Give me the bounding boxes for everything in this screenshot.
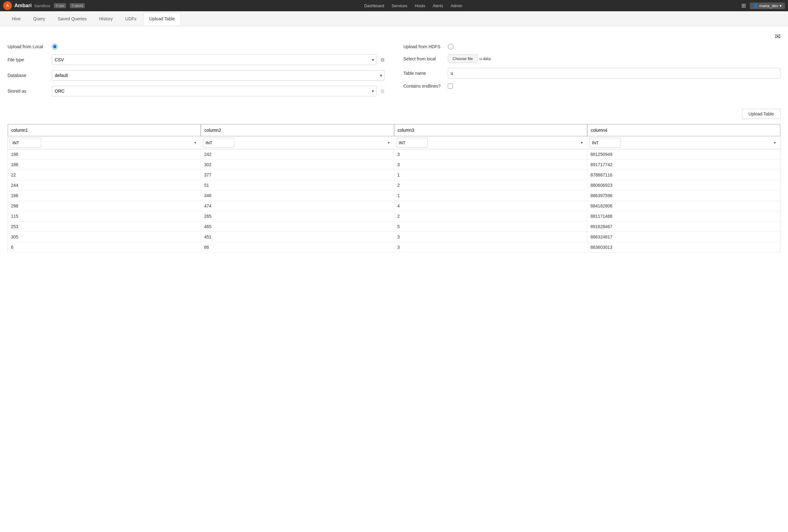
upload-form: Upload from Local File type CSV JSON XML… [7, 44, 781, 101]
nav-services[interactable]: Services [392, 3, 408, 8]
upload-hdfs-radio[interactable] [448, 44, 453, 50]
column-type-row: INTSTRINGBOOLEANDOUBLE ▾ INTSTRINGBOOLEA… [8, 136, 781, 149]
tab-hive[interactable]: Hive [6, 13, 26, 24]
nav-hosts[interactable]: Hosts [415, 3, 425, 8]
row9-col1-cell: 86 [201, 242, 394, 253]
row6-col2-cell: 2 [394, 211, 587, 221]
col4-name-input[interactable] [587, 124, 780, 136]
file-type-label: File type [7, 57, 48, 62]
col3-header [394, 124, 587, 136]
ops-badge: 0 ops [54, 3, 66, 8]
col2-name-input[interactable] [201, 124, 394, 136]
col1-name-input[interactable] [8, 124, 201, 136]
row5-col1-cell: 474 [201, 201, 394, 211]
row2-col1-cell: 377 [201, 170, 394, 180]
database-select-wrapper: default ▾ [52, 70, 385, 81]
nav-dashboard[interactable]: Dashboard [364, 3, 384, 8]
email-icon[interactable]: ✉ [775, 33, 781, 41]
col2-type-cell: INTSTRINGBOOLEANDOUBLE ▾ [201, 136, 394, 149]
row3-col0-cell: 244 [8, 180, 201, 191]
file-name-display: u.data [479, 56, 491, 61]
row1-col2-cell: 3 [394, 160, 587, 170]
row4-col3-cell: 886397596 [587, 191, 780, 201]
row9-col2-cell: 3 [394, 242, 587, 253]
tab-history[interactable]: History [94, 13, 119, 24]
tab-query[interactable]: Query [27, 13, 51, 24]
stored-as-label: Stored as [7, 88, 48, 94]
data-table: INTSTRINGBOOLEANDOUBLE ▾ INTSTRINGBOOLEA… [7, 124, 781, 253]
row3-col1-cell: 51 [201, 180, 394, 191]
col4-type-arrow: ▾ [774, 140, 776, 145]
top-navigation: A Ambari Sandbox 0 ops 0 alerts Dashboar… [0, 0, 788, 11]
row8-col3-cell: 886324817 [587, 232, 780, 242]
contains-endlines-row: Contains endlines? [403, 83, 781, 88]
row1-col0-cell: 186 [8, 160, 201, 170]
contains-endlines-label: Contains endlines? [403, 83, 444, 88]
sandbox-label: Sandbox [34, 3, 50, 8]
table-row: 2984744884182806 [8, 201, 781, 211]
upload-local-label: Upload from Local [7, 44, 48, 49]
row8-col0-cell: 305 [8, 232, 201, 242]
tab-upload-table[interactable]: Upload Table [143, 13, 181, 25]
col4-type-cell: INTSTRINGBOOLEANDOUBLE ▾ [587, 136, 780, 149]
top-nav-links: Dashboard Services Hosts Alerts Admin [85, 3, 741, 8]
col2-type-wrapper: INTSTRINGBOOLEANDOUBLE ▾ [203, 138, 392, 148]
user-icon: 👤 [753, 3, 758, 8]
table-name-input[interactable] [448, 68, 781, 79]
col3-type-wrapper: INTSTRINGBOOLEANDOUBLE ▾ [396, 138, 585, 148]
file-type-select[interactable]: CSV JSON XML [52, 55, 376, 65]
row8-col1-cell: 451 [201, 232, 394, 242]
table-row: 1863023891717742 [8, 160, 781, 170]
row0-col1-cell: 242 [201, 149, 394, 160]
nav-admin[interactable]: Admin [451, 3, 462, 8]
col3-name-input[interactable] [394, 124, 587, 136]
tab-udfs[interactable]: UDFs [120, 13, 142, 24]
row9-col3-cell: 883603013 [587, 242, 780, 253]
row2-col2-cell: 1 [394, 170, 587, 180]
row5-col2-cell: 4 [394, 201, 587, 211]
table-name-row: Table name [403, 68, 781, 79]
table-row: 1663461886397596 [8, 191, 781, 201]
table-row: 3054513886324817 [8, 232, 781, 242]
col3-type-select[interactable]: INTSTRINGBOOLEANDOUBLE [396, 138, 428, 148]
grid-icon[interactable]: ⊞ [741, 2, 746, 9]
row6-col1-cell: 265 [201, 211, 394, 221]
secondary-navigation: Hive Query Saved Queries History UDFs Up… [0, 11, 788, 26]
alerts-badge: 0 alerts [70, 3, 85, 8]
choose-file-button[interactable]: Choose file [448, 55, 477, 63]
file-type-select-wrapper: CSV JSON XML ▾ [52, 55, 376, 65]
form-right: Upload from HDFS Select from local Choos… [403, 44, 781, 101]
database-label: Database [7, 73, 48, 78]
file-type-gear-icon[interactable]: ⚙ [380, 57, 385, 63]
row0-col0-cell: 196 [8, 149, 201, 160]
col4-header [587, 124, 780, 136]
col1-type-wrapper: INTSTRINGBOOLEANDOUBLE ▾ [10, 138, 199, 148]
row1-col1-cell: 302 [201, 160, 394, 170]
stored-as-gear-icon[interactable]: ⚙ [380, 88, 385, 94]
row0-col2-cell: 3 [394, 149, 587, 160]
col4-type-select[interactable]: INTSTRINGBOOLEANDOUBLE [589, 138, 621, 148]
upload-table-button[interactable]: Upload Table [742, 109, 781, 119]
database-select[interactable]: default [52, 70, 385, 81]
stored-as-select[interactable]: ORC TEXTFILE RCFILE SEQUENCEFILE [52, 86, 376, 96]
col2-type-arrow: ▾ [388, 140, 390, 145]
col2-type-select[interactable]: INTSTRINGBOOLEANDOUBLE [203, 138, 234, 148]
user-menu[interactable]: 👤 maria_dev ▾ [750, 2, 785, 9]
stored-as-row: Stored as ORC TEXTFILE RCFILE SEQUENCEFI… [7, 86, 385, 96]
tab-saved-queries[interactable]: Saved Queries [52, 13, 92, 24]
user-dropdown-arrow: ▾ [780, 3, 782, 8]
col3-type-cell: INTSTRINGBOOLEANDOUBLE ▾ [394, 136, 587, 149]
row7-col3-cell: 891628467 [587, 221, 780, 232]
upload-local-radio[interactable] [52, 44, 58, 50]
contains-endlines-checkbox[interactable] [448, 83, 453, 88]
database-row: Database default ▾ [7, 70, 385, 81]
data-table-body: 1962423881250949186302389171774222377187… [8, 149, 781, 253]
select-local-label: Select from local [403, 56, 444, 61]
col1-type-select[interactable]: INTSTRINGBOOLEANDOUBLE [10, 138, 41, 148]
nav-alerts[interactable]: Alerts [433, 3, 443, 8]
row2-col3-cell: 878887116 [587, 170, 780, 180]
row4-col1-cell: 346 [201, 191, 394, 201]
row5-col0-cell: 298 [8, 201, 201, 211]
row6-col0-cell: 115 [8, 211, 201, 221]
row7-col0-cell: 253 [8, 221, 201, 232]
